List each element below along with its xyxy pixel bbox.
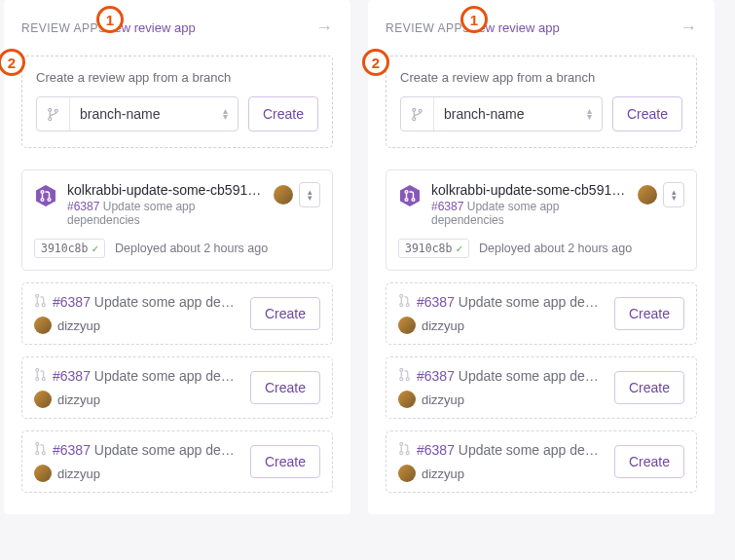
- pr-number-link[interactable]: #6387: [67, 200, 99, 213]
- svg-point-26: [400, 368, 403, 371]
- annotation-2: 2: [362, 49, 389, 76]
- card-actions-button[interactable]: ▴▾: [663, 182, 684, 207]
- pull-request-hex-icon: [398, 184, 422, 207]
- svg-point-10: [36, 368, 39, 371]
- create-review-app-box: Create a review app from a branch branch…: [21, 56, 333, 148]
- pull-request-icon: [398, 293, 411, 311]
- card-actions-button[interactable]: ▴▾: [299, 182, 320, 207]
- branch-name-value: branch-name: [434, 106, 577, 122]
- select-chevrons-icon: ▴▾: [213, 108, 238, 120]
- pull-request-icon: [34, 441, 47, 459]
- username: dizzyup: [422, 467, 464, 481]
- svg-point-14: [36, 452, 39, 455]
- username: dizzyup: [57, 318, 100, 333]
- avatar: [398, 465, 416, 482]
- username: dizzyup: [422, 392, 464, 407]
- commit-tag[interactable]: 3910c8b ✓: [398, 239, 469, 258]
- pending-title: Update some app depend…: [459, 368, 605, 384]
- deployed-app-card: kolkrabbi-update-some-cb59190f4d #6387 U…: [386, 169, 697, 271]
- avatar: [34, 465, 52, 482]
- annotation-1: 1: [96, 6, 124, 33]
- pending-title: Update some app depend…: [459, 294, 605, 310]
- pull-request-hex-icon: [34, 184, 57, 207]
- svg-point-7: [36, 294, 39, 297]
- branch-name-value: branch-name: [70, 106, 213, 122]
- svg-point-15: [42, 452, 45, 455]
- pending-app-card: #6387 Update some app depend… dizzyup Cr…: [386, 356, 697, 419]
- pr-number-link[interactable]: #6387: [431, 200, 463, 213]
- svg-point-8: [36, 304, 39, 307]
- create-button[interactable]: Create: [250, 445, 320, 478]
- pr-number-link[interactable]: #6387: [53, 294, 91, 310]
- svg-point-12: [42, 378, 45, 381]
- create-box-title: Create a review app from a branch: [36, 70, 318, 85]
- svg-point-13: [36, 442, 39, 445]
- pending-app-card: #6387 Update some app depend… dizzyup Cr…: [21, 430, 333, 493]
- svg-point-31: [406, 452, 409, 455]
- pending-title: Update some app depend…: [94, 368, 240, 384]
- svg-point-30: [400, 452, 403, 455]
- create-button[interactable]: Create: [614, 445, 684, 478]
- pull-request-icon: [34, 293, 47, 311]
- pull-request-icon: [398, 367, 411, 385]
- create-button[interactable]: Create: [248, 96, 318, 131]
- username: dizzyup: [57, 392, 100, 407]
- select-chevrons-icon: ▴▾: [577, 108, 602, 120]
- svg-point-27: [400, 378, 403, 381]
- arrow-right-icon[interactable]: →: [680, 18, 697, 38]
- new-review-app-link[interactable]: ew review app: [115, 20, 196, 35]
- pull-request-icon: [398, 441, 411, 459]
- commit-sha: 3910c8b: [405, 242, 452, 255]
- deployed-app-card: kolkrabbi-update-some-cb59190f4d #6387 U…: [21, 169, 333, 271]
- svg-point-25: [406, 304, 409, 307]
- deploy-status-text: Deployed about 2 hours ago: [479, 242, 632, 255]
- avatar: [34, 391, 52, 408]
- git-branch-icon: [401, 97, 434, 131]
- create-button[interactable]: Create: [612, 96, 682, 131]
- svg-point-9: [42, 304, 45, 307]
- pr-number-link[interactable]: #6387: [417, 442, 455, 458]
- svg-point-16: [413, 108, 416, 111]
- check-icon: ✓: [92, 243, 98, 255]
- branch-selector[interactable]: branch-name ▴▾: [400, 96, 603, 131]
- avatar: [398, 391, 416, 408]
- svg-point-17: [413, 117, 416, 120]
- review-apps-label: REVIEW APPS: [21, 21, 107, 35]
- pending-title: Update some app depend…: [94, 442, 240, 458]
- pr-number-link[interactable]: #6387: [53, 442, 91, 458]
- create-button[interactable]: Create: [614, 297, 684, 330]
- svg-point-23: [400, 294, 403, 297]
- branch-selector[interactable]: branch-name ▴▾: [36, 96, 239, 131]
- create-button[interactable]: Create: [250, 297, 320, 330]
- username: dizzyup: [422, 318, 464, 333]
- svg-marker-19: [400, 185, 420, 206]
- pr-number-link[interactable]: #6387: [53, 368, 91, 384]
- svg-marker-3: [36, 185, 55, 206]
- check-icon: ✓: [456, 243, 462, 255]
- panel-header: REVIEW APPS ew review app →: [21, 18, 333, 38]
- create-button[interactable]: Create: [614, 371, 684, 404]
- app-name: kolkrabbi-update-some-cb59190f4d: [67, 182, 264, 198]
- create-button[interactable]: Create: [250, 371, 320, 404]
- pending-title: Update some app depend…: [94, 294, 240, 310]
- pull-request-icon: [34, 367, 47, 385]
- review-apps-panel-left: 1 2 REVIEW APPS ew review app → Create a…: [4, 0, 350, 514]
- avatar: [274, 185, 293, 205]
- pending-app-card: #6387 Update some app depend… dizzyup Cr…: [386, 282, 697, 345]
- arrow-right-icon[interactable]: →: [315, 18, 333, 38]
- pending-title: Update some app depend…: [459, 442, 605, 458]
- pr-number-link[interactable]: #6387: [417, 294, 455, 310]
- deploy-status-text: Deployed about 2 hours ago: [115, 242, 268, 255]
- svg-point-24: [400, 304, 403, 307]
- svg-point-28: [406, 378, 409, 381]
- review-apps-panel-right: 1 2 REVIEW APPS ew review app → Create a…: [368, 0, 715, 514]
- avatar: [34, 317, 52, 334]
- commit-tag[interactable]: 3910c8b ✓: [34, 239, 105, 258]
- git-branch-icon: [37, 97, 70, 131]
- pr-number-link[interactable]: #6387: [417, 368, 455, 384]
- svg-point-0: [49, 108, 52, 111]
- commit-sha: 3910c8b: [41, 242, 88, 255]
- new-review-app-link[interactable]: ew review app: [479, 20, 560, 35]
- username: dizzyup: [57, 467, 100, 481]
- panel-header: REVIEW APPS ew review app →: [386, 18, 697, 38]
